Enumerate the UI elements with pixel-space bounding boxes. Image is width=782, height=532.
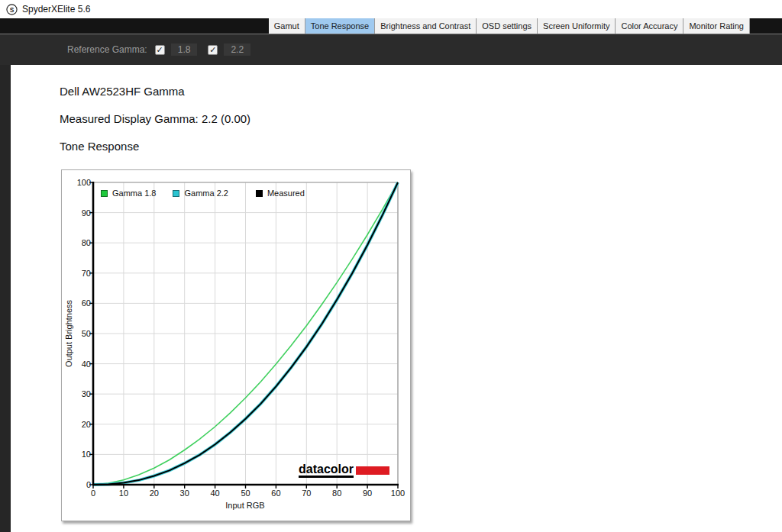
x-tick-label: 90 bbox=[356, 488, 379, 498]
reference-gamma-row: Reference Gamma: ✓1.8✓2.2 bbox=[67, 44, 261, 56]
tab-screen-uniformity[interactable]: Screen Uniformity bbox=[538, 18, 616, 34]
y-tick-label: 100 bbox=[71, 178, 91, 187]
legend-label: Gamma 2.2 bbox=[184, 189, 228, 198]
x-tick-label: 40 bbox=[204, 488, 227, 498]
measured-gamma-value: Measured Display Gamma: 2.2 (0.00) bbox=[60, 112, 250, 125]
x-tick-label: 80 bbox=[325, 488, 348, 498]
x-tick-label: 100 bbox=[386, 488, 409, 498]
legend-item-measured: Measured bbox=[256, 189, 305, 198]
reference-gamma-option-1.8: ✓1.8 bbox=[155, 44, 198, 56]
x-tick-label: 60 bbox=[264, 488, 287, 498]
legend-label: Gamma 1.8 bbox=[112, 189, 156, 198]
plot-svg bbox=[87, 178, 404, 491]
legend-swatch bbox=[256, 190, 263, 197]
reference-gamma-option-2.2: ✓2.2 bbox=[208, 44, 250, 56]
x-tick-label: 0 bbox=[82, 488, 105, 498]
legend-item-gamma-2.2: Gamma 2.2 bbox=[173, 189, 228, 198]
datacolor-logo: datacolor bbox=[299, 463, 389, 478]
left-edge-strip bbox=[0, 65, 11, 532]
spyder-logo-icon: S bbox=[6, 4, 18, 15]
legend-label: Measured bbox=[267, 189, 305, 198]
settings-band: Reference Gamma: ✓1.8✓2.2 bbox=[0, 34, 782, 65]
reference-gamma-options: ✓1.8✓2.2 bbox=[155, 44, 261, 56]
section-title: Tone Response bbox=[60, 140, 139, 153]
checkbox-1.8[interactable]: ✓ bbox=[155, 45, 165, 55]
checkbox-label: 1.8 bbox=[171, 44, 198, 56]
title-bar: S SpyderXElite 5.6 bbox=[0, 0, 782, 18]
x-tick-label: 20 bbox=[143, 488, 166, 498]
y-tick-label: 10 bbox=[71, 450, 91, 459]
tone-response-chart: Output Brightness 0102030405060708090100… bbox=[61, 169, 411, 521]
y-tick-label: 30 bbox=[71, 389, 91, 398]
main-content: Dell AW2523HF Gamma Measured Display Gam… bbox=[11, 65, 782, 532]
tab-brightness-and-contrast[interactable]: Brightness and Contrast bbox=[375, 18, 477, 34]
window-title: SpyderXElite 5.6 bbox=[22, 4, 90, 15]
x-tick-label: 10 bbox=[112, 488, 135, 498]
tab-osd-settings[interactable]: OSD settings bbox=[477, 18, 538, 34]
tab-gamut[interactable]: Gamut bbox=[269, 18, 305, 34]
nav-strip: GamutTone ResponseBrightness and Contras… bbox=[0, 18, 782, 34]
y-tick-label: 20 bbox=[71, 420, 91, 429]
legend-swatch bbox=[173, 190, 179, 197]
y-tick-label: 50 bbox=[71, 329, 91, 338]
x-axis-title: Input RGB bbox=[169, 501, 322, 510]
legend-swatch bbox=[101, 190, 108, 197]
datacolor-logo-bar bbox=[356, 466, 389, 475]
y-tick-label: 40 bbox=[71, 360, 91, 369]
x-tick-label: 70 bbox=[295, 488, 318, 498]
checkbox-label: 2.2 bbox=[224, 44, 250, 56]
svg-text:S: S bbox=[10, 5, 15, 13]
legend-item-gamma-1.8: Gamma 1.8 bbox=[101, 189, 156, 198]
y-tick-label: 70 bbox=[71, 269, 91, 278]
y-tick-label: 90 bbox=[71, 208, 91, 218]
y-tick-label: 60 bbox=[71, 298, 91, 308]
y-tick-label: 80 bbox=[71, 238, 91, 247]
reference-gamma-label: Reference Gamma: bbox=[67, 44, 147, 55]
tab-bar: GamutTone ResponseBrightness and Contras… bbox=[269, 18, 750, 34]
x-tick-label: 50 bbox=[234, 488, 257, 498]
device-title: Dell AW2523HF Gamma bbox=[60, 85, 185, 98]
tab-color-accuracy[interactable]: Color Accuracy bbox=[616, 18, 683, 34]
checkbox-2.2[interactable]: ✓ bbox=[208, 45, 218, 55]
chart-legend: Gamma 1.8Gamma 2.2Measured bbox=[101, 189, 322, 198]
tab-monitor-rating[interactable]: Monitor Rating bbox=[683, 18, 750, 34]
tab-tone-response[interactable]: Tone Response bbox=[305, 18, 375, 34]
x-tick-label: 30 bbox=[173, 488, 196, 498]
datacolor-logo-text: datacolor bbox=[299, 463, 354, 478]
